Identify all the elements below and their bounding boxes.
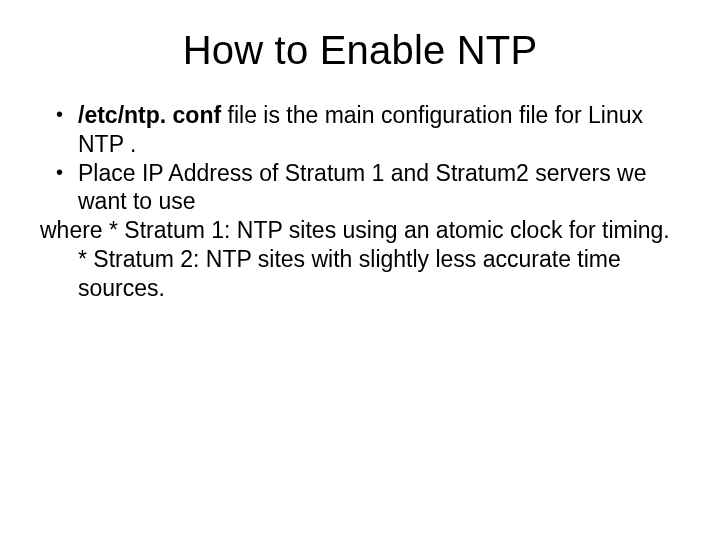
bullet-item-1: • /etc/ntp. conf file is the main config… xyxy=(38,101,682,159)
bullet-icon: • xyxy=(56,159,78,217)
slide-title: How to Enable NTP xyxy=(38,28,682,73)
slide: How to Enable NTP • /etc/ntp. conf file … xyxy=(0,0,720,540)
continuation-where: where * Stratum 1: NTP sites using an at… xyxy=(38,216,682,245)
continuation-stratum2: * Stratum 2: NTP sites with slightly les… xyxy=(38,245,682,303)
slide-content: • /etc/ntp. conf file is the main config… xyxy=(38,101,682,302)
bullet-icon: • xyxy=(56,101,78,159)
bullet-item-2: • Place IP Address of Stratum 1 and Stra… xyxy=(38,159,682,217)
bullet-text-2: Place IP Address of Stratum 1 and Stratu… xyxy=(78,159,682,217)
code-path: /etc/ntp. conf xyxy=(78,102,221,128)
bullet-text-1: /etc/ntp. conf file is the main configur… xyxy=(78,101,682,159)
